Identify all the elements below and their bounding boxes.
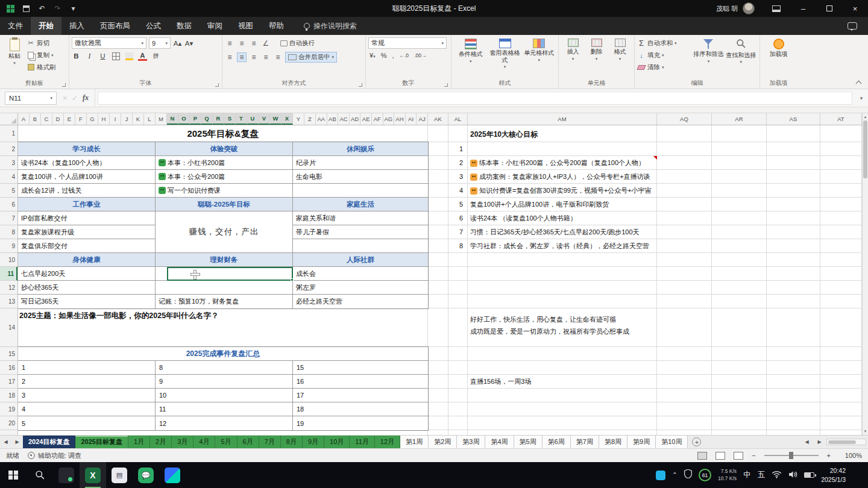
goal-cell-r10c1[interactable]: 身体健康	[18, 253, 156, 267]
summary-cell-r18c2[interactable]: 10	[156, 389, 293, 402]
goal-cell-r12c3[interactable]: 粥左罗	[293, 281, 428, 295]
summary-cell-r16c3[interactable]: 15	[293, 361, 428, 375]
find-select-button[interactable]: 查找和选择▾	[725, 37, 757, 66]
tab-file[interactable]: 文件	[0, 17, 31, 35]
vertical-scroll-thumb[interactable]	[863, 120, 867, 178]
goal-cell-r13c3[interactable]: 必经之路天空营	[293, 295, 428, 308]
column-header-AA[interactable]: AA	[316, 113, 327, 125]
align-left-icon[interactable]: ≡	[225, 52, 234, 62]
maximize-button[interactable]	[816, 0, 842, 17]
goal-cell-r13c2[interactable]: 记账：预算10万，财务复盘	[156, 295, 293, 308]
row-header-12[interactable]: 12	[0, 281, 17, 295]
italic-button[interactable]: I	[85, 51, 94, 61]
core-goal-cell-5[interactable]: 复盘100讲+个人品牌100讲，电子版和印刷致货	[468, 198, 657, 211]
column-header-AI[interactable]: AI	[406, 113, 417, 125]
cancel-icon[interactable]: ×	[63, 94, 67, 102]
row-header-6[interactable]: 6	[0, 198, 17, 211]
redo-icon[interactable]: ↷	[53, 4, 62, 13]
sheet-tab-第6周[interactable]: 第6周	[542, 436, 571, 448]
volume-icon[interactable]	[788, 470, 797, 481]
addins-button[interactable]: 加载项	[763, 37, 794, 59]
ribbon-display-options-icon[interactable]	[764, 0, 790, 17]
sheet-tab-3月[interactable]: 3月	[172, 436, 193, 448]
row-header-3[interactable]: 3	[0, 156, 17, 170]
column-header-AJ[interactable]: AJ	[417, 113, 428, 125]
column-header-AG[interactable]: AG	[383, 113, 395, 125]
summary-cell-r18c3[interactable]: 17	[293, 389, 428, 402]
column-header-H[interactable]: H	[98, 113, 110, 125]
formula-bar-expand-icon[interactable]: ▾	[855, 95, 868, 101]
row-header-20[interactable]: 20	[0, 416, 17, 430]
taskbar-app-colorful-icon[interactable]	[159, 462, 186, 488]
sheet-tab-12月[interactable]: 12月	[375, 436, 400, 448]
goal-cell-r7c1[interactable]: IP创富私教交付	[18, 211, 156, 225]
align-top-icon[interactable]: ≡	[225, 39, 234, 48]
summary-cell-r18c1[interactable]: 3	[18, 389, 156, 402]
column-header-R[interactable]: R	[213, 113, 224, 125]
clear-button[interactable]: 清除▾	[637, 61, 693, 73]
column-header-AC[interactable]: AC	[338, 113, 350, 125]
goal-cell-r10c2[interactable]: 理财财务	[156, 253, 293, 267]
column-header-B[interactable]: B	[30, 113, 41, 125]
core-goal-number-6[interactable]: 6	[448, 211, 468, 225]
row-header-1[interactable]: 1	[0, 125, 17, 142]
clock[interactable]: 20:422025/1/3	[821, 466, 846, 483]
summary-cell-r16c1[interactable]: 1	[18, 361, 156, 375]
column-header-T[interactable]: T	[236, 113, 247, 125]
font-size-select[interactable]: 9▾	[149, 37, 171, 49]
sheet-tab-6月[interactable]: 6月	[237, 436, 259, 448]
core-goal-number-8[interactable]: 8	[448, 239, 468, 253]
increase-indent-icon[interactable]: ≡	[273, 52, 283, 62]
column-header-AH[interactable]: AH	[394, 113, 406, 125]
goal-cell-r12c1[interactable]: 抄心经365天	[18, 281, 156, 295]
row-header-11[interactable]: 11	[0, 267, 17, 281]
sheet-tab-2月[interactable]: 2月	[150, 436, 172, 448]
cell-styles-button[interactable]: 单元格样式▾	[522, 37, 556, 64]
battery-icon[interactable]	[804, 472, 814, 478]
core-goals-title-cell[interactable]: 2025年10大核心目标	[470, 130, 538, 140]
taskbar-app-notes-icon[interactable]: ▤	[106, 462, 133, 488]
bold-button[interactable]: B	[72, 51, 81, 61]
goal-cell-r4c2[interactable]: 本事：公众号200篇	[156, 170, 293, 184]
column-header-D[interactable]: D	[52, 113, 64, 125]
sheet-tab-1月[interactable]: 1月	[128, 436, 150, 448]
goal-cell-r6c3[interactable]: 家庭生活	[293, 198, 428, 211]
fill-button[interactable]: ↓填充▾	[637, 49, 693, 61]
summary-cell-r17c1[interactable]: 2	[18, 375, 156, 389]
goal-cell-r3c3[interactable]: 纪录片	[293, 156, 428, 170]
battery-percent-badge[interactable]: 61	[699, 469, 711, 481]
column-header-AF[interactable]: AF	[372, 113, 383, 125]
zoom-in-icon[interactable]: +	[827, 452, 831, 459]
core-goal-cell-4[interactable]: 知识付费课=复盘创富30讲卖99元，视频号+公众号+小宇宙	[468, 184, 657, 198]
row-header-17[interactable]: 17	[0, 375, 17, 389]
tab-page-layout[interactable]: 页面布局	[92, 17, 138, 35]
sheet-tab-第1周[interactable]: 第1周	[400, 436, 429, 448]
zoom-slider-thumb[interactable]	[789, 452, 793, 459]
row-header-15[interactable]: 15	[0, 347, 17, 361]
column-header-AE[interactable]: AE	[360, 113, 372, 125]
format-as-table-button[interactable]: 套用表格格式▾	[488, 37, 523, 70]
orientation-icon[interactable]: ∠	[261, 39, 271, 48]
row-header-9[interactable]: 9	[0, 239, 17, 253]
row-header-8[interactable]: 8	[0, 225, 17, 239]
decrease-indent-icon[interactable]: ≡	[261, 52, 271, 62]
avatar[interactable]	[743, 2, 755, 14]
borders-icon[interactable]	[112, 51, 121, 61]
summary-cell-r17c2[interactable]: 9	[156, 375, 293, 389]
autosum-button[interactable]: Σ自动求和▾	[637, 37, 693, 49]
row-header-14[interactable]: 14	[0, 308, 17, 347]
core-goal-cell-1[interactable]	[468, 142, 657, 156]
goal-cell-r11c3[interactable]: 成长会	[293, 267, 428, 281]
wifi-icon[interactable]	[772, 470, 782, 481]
goal-cell-r3c1[interactable]: 读书24本（复盘100个人物）	[18, 156, 156, 170]
comma-format-icon[interactable]: ,	[392, 52, 394, 59]
goal-cell-r4c1[interactable]: 复盘100讲，个人品牌100讲	[18, 170, 156, 184]
percent-format-icon[interactable]: %	[381, 52, 387, 59]
close-button[interactable]: ×	[842, 0, 868, 17]
core-goal-number-7[interactable]: 7	[448, 225, 468, 239]
goal-cell-r2c3[interactable]: 休闲娱乐	[293, 142, 428, 156]
column-header-W[interactable]: W	[270, 113, 281, 125]
tab-view[interactable]: 视图	[230, 17, 261, 35]
sheet-tab-第8周[interactable]: 第8周	[599, 436, 627, 448]
column-header-J[interactable]: J	[121, 113, 133, 125]
